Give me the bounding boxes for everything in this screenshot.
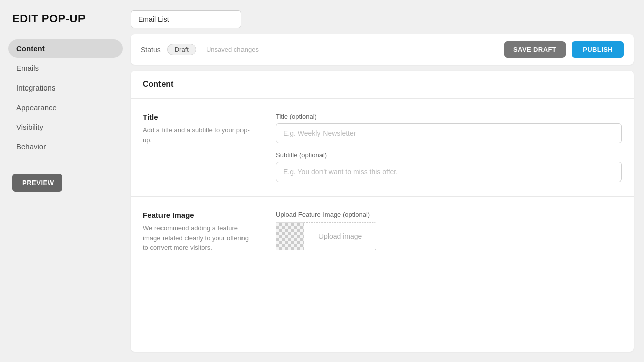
preview-button[interactable]: PREVIEW (12, 174, 62, 192)
publish-button[interactable]: PUBLISH (572, 41, 624, 58)
content-card: Content Title Add a title and a subtitle… (131, 71, 634, 352)
title-section-title: Title (143, 113, 256, 121)
sidebar-item-content[interactable]: Content (8, 39, 123, 58)
unsaved-changes-text: Unsaved changes (206, 46, 498, 53)
top-bar: Status Draft Unsaved changes SAVE DRAFT … (131, 34, 634, 65)
draft-badge: Draft (167, 44, 196, 55)
feature-image-section-left: Feature Image We recommend adding a feat… (143, 211, 264, 253)
title-input[interactable] (276, 123, 622, 143)
save-draft-button[interactable]: SAVE DRAFT (504, 41, 566, 58)
title-section-right: Title (optional) Subtitle (optional) (276, 113, 622, 182)
title-section: Title Add a title and a subtitle to your… (131, 99, 634, 197)
image-preview-checkered (276, 222, 304, 250)
sidebar: EDIT POP-UP Content Emails Integrations … (0, 0, 131, 362)
main-area: Status Draft Unsaved changes SAVE DRAFT … (131, 0, 644, 362)
upload-field-group: Upload Feature Image (optional) Upload i… (276, 211, 622, 250)
sidebar-item-integrations[interactable]: Integrations (8, 78, 123, 97)
feature-image-desc: We recommend adding a feature image rela… (143, 223, 256, 253)
popup-name-input[interactable] (131, 10, 242, 28)
content-card-header: Content (131, 71, 634, 99)
feature-image-title: Feature Image (143, 211, 256, 219)
sidebar-item-appearance[interactable]: Appearance (8, 98, 123, 117)
title-section-desc: Add a title and a subtitle to your pop-u… (143, 125, 256, 145)
subtitle-input[interactable] (276, 162, 622, 182)
status-label: Status (141, 46, 161, 54)
sidebar-item-visibility[interactable]: Visibility (8, 118, 123, 136)
app-layout: EDIT POP-UP Content Emails Integrations … (0, 0, 644, 362)
sidebar-item-emails[interactable]: Emails (8, 59, 123, 77)
feature-image-section-right: Upload Feature Image (optional) Upload i… (276, 211, 622, 253)
header-row (131, 10, 634, 28)
nav-list: Content Emails Integrations Appearance V… (8, 39, 123, 156)
upload-area: Upload image (276, 222, 622, 250)
upload-image-button[interactable]: Upload image (304, 222, 376, 250)
page-title: EDIT POP-UP (8, 12, 123, 25)
subtitle-field-label: Subtitle (optional) (276, 151, 622, 159)
title-field-label: Title (optional) (276, 113, 622, 120)
title-section-left: Title Add a title and a subtitle to your… (143, 113, 264, 182)
subtitle-field-group: Subtitle (optional) (276, 151, 622, 182)
sidebar-item-behavior[interactable]: Behavior (8, 137, 123, 156)
upload-field-label: Upload Feature Image (optional) (276, 211, 622, 218)
title-field-group: Title (optional) (276, 113, 622, 143)
feature-image-section: Feature Image We recommend adding a feat… (131, 197, 634, 267)
